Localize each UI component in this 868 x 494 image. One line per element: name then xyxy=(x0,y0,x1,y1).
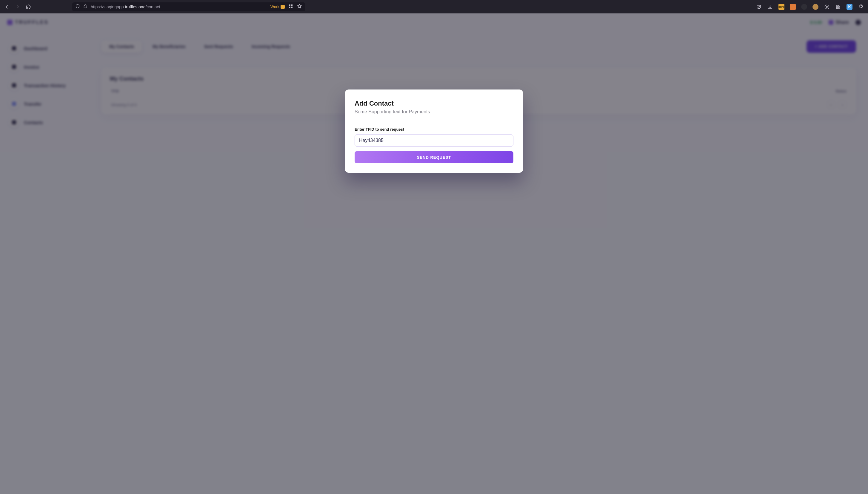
tfid-label: Enter TFID to send request xyxy=(355,127,513,132)
svg-rect-9 xyxy=(839,7,840,8)
container-tag[interactable]: Work xyxy=(271,4,285,9)
modal-overlay[interactable]: Add Contact Some Supporting text for Pay… xyxy=(0,14,868,494)
site-identity[interactable] xyxy=(75,4,88,10)
nav-buttons xyxy=(4,4,31,10)
lock-icon xyxy=(83,4,88,10)
add-contact-modal: Add Contact Some Supporting text for Pay… xyxy=(345,90,523,173)
bookmark-star-icon[interactable] xyxy=(297,4,302,10)
svg-rect-2 xyxy=(291,4,293,6)
ext-apps-icon[interactable] xyxy=(835,4,841,10)
extensions-icon[interactable] xyxy=(858,4,864,10)
reload-button[interactable] xyxy=(26,4,31,10)
svg-rect-8 xyxy=(836,7,838,8)
address-bar[interactable]: https://stagingapp.truffles.one/contact … xyxy=(72,2,305,11)
send-request-button[interactable]: SEND REQUEST xyxy=(355,151,513,163)
svg-rect-7 xyxy=(839,5,840,6)
svg-rect-0 xyxy=(84,6,87,8)
briefcase-icon xyxy=(281,5,285,8)
svg-rect-4 xyxy=(291,6,293,8)
back-button[interactable] xyxy=(4,4,10,10)
downloads-icon[interactable] xyxy=(767,4,773,10)
url-text: https://stagingapp.truffles.one/contact xyxy=(91,4,160,9)
ext-settings-icon[interactable] xyxy=(824,4,830,10)
ext-burp-icon[interactable]: burp xyxy=(778,4,784,10)
modal-subtitle: Some Supporting text for Payments xyxy=(355,109,513,115)
pocket-icon[interactable] xyxy=(756,4,762,10)
qr-icon[interactable] xyxy=(288,4,293,10)
ext-metamask-icon[interactable] xyxy=(790,4,796,10)
toolbar-icons: burp K xyxy=(756,4,864,10)
ext-darkreader-icon[interactable] xyxy=(801,4,807,10)
ext-k-icon[interactable]: K xyxy=(847,4,852,10)
svg-rect-6 xyxy=(836,5,838,6)
shield-icon xyxy=(75,4,80,10)
svg-point-5 xyxy=(826,6,828,7)
browser-chrome: https://stagingapp.truffles.one/contact … xyxy=(0,0,868,14)
svg-rect-1 xyxy=(289,4,291,6)
svg-rect-3 xyxy=(289,6,291,8)
modal-title: Add Contact xyxy=(355,100,513,108)
ext-cookie-icon[interactable] xyxy=(812,4,818,10)
tfid-input[interactable] xyxy=(355,135,513,147)
forward-button[interactable] xyxy=(15,4,20,10)
